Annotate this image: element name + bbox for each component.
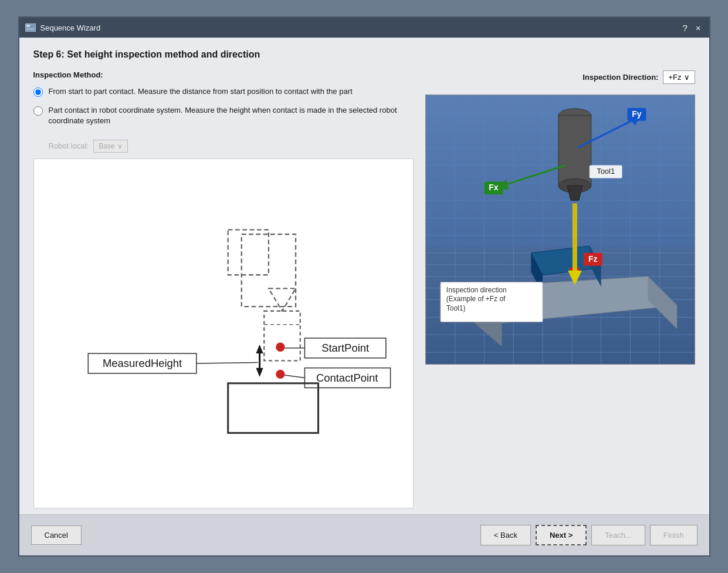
window-icon <box>25 23 36 32</box>
radio-input-1[interactable] <box>33 87 43 97</box>
svg-rect-1 <box>26 25 30 27</box>
diagram-area: MeasuredHeight StartPoint ContactPoint <box>33 159 414 508</box>
radio-group: From start to part contact. Measure the … <box>33 86 414 127</box>
inspection-direction-arrow: ∨ <box>684 73 690 82</box>
inspection-direction-dropdown[interactable]: +Fz ∨ <box>663 70 695 84</box>
svg-point-10 <box>276 342 285 351</box>
svg-text:Fy: Fy <box>632 109 642 119</box>
svg-text:ContactPoint: ContactPoint <box>316 371 378 383</box>
svg-text:Inspection direction: Inspection direction <box>446 286 506 294</box>
radio-item-1: From start to part contact. Measure the … <box>33 86 414 97</box>
main-window: Sequence Wizard ? × Step 6: Set height i… <box>18 16 710 557</box>
footer: Cancel < Back Next > Teach... Finish <box>19 514 709 555</box>
viz-svg: Fy Fx Tool1 Fz <box>426 95 695 364</box>
robot-local-arrow: ∨ <box>117 142 123 150</box>
svg-rect-66 <box>558 116 591 186</box>
title-bar-left: Sequence Wizard <box>25 23 101 32</box>
left-panel: Inspection Method: From start to part co… <box>33 70 414 508</box>
inspection-direction-row: Inspection Direction: +Fz ∨ <box>425 70 695 84</box>
title-bar-buttons: ? × <box>680 23 703 33</box>
radio-label-1: From start to part contact. Measure the … <box>49 86 353 97</box>
svg-text:Tool1): Tool1) <box>446 304 465 312</box>
svg-text:(Example of +Fz of: (Example of +Fz of <box>446 295 505 303</box>
cancel-button[interactable]: Cancel <box>31 525 82 545</box>
svg-rect-3 <box>26 29 35 30</box>
svg-text:StartPoint: StartPoint <box>321 342 369 354</box>
svg-text:Tool1: Tool1 <box>597 167 615 176</box>
robot-local-label: Robot local: <box>49 141 89 150</box>
footer-left: Cancel <box>31 525 82 545</box>
robot-local-row: Robot local: Base ∨ <box>49 140 414 153</box>
window-title: Sequence Wizard <box>40 23 101 32</box>
help-button[interactable]: ? <box>680 23 689 33</box>
robot-local-value: Base <box>99 142 114 150</box>
radio-input-2[interactable] <box>33 106 43 116</box>
main-area: Inspection Method: From start to part co… <box>33 70 695 508</box>
svg-text:MeasuredHeight: MeasuredHeight <box>102 357 181 369</box>
footer-right: < Back Next > Teach... Finish <box>480 525 697 545</box>
step-title: Step 6: Set height inspection method and… <box>33 49 695 60</box>
content-area: Step 6: Set height inspection method and… <box>19 38 709 514</box>
teach-button[interactable]: Teach... <box>591 525 645 545</box>
inspection-direction-value: +Fz <box>668 73 681 82</box>
radio-label-2: Part contact in robot coordinate system.… <box>49 105 414 126</box>
radio-item-2: Part contact in robot coordinate system.… <box>33 105 414 126</box>
next-button[interactable]: Next > <box>536 525 587 545</box>
viz-area: Fy Fx Tool1 Fz <box>425 95 695 365</box>
svg-text:Fx: Fx <box>489 183 499 192</box>
svg-rect-4 <box>34 207 413 460</box>
svg-point-11 <box>276 369 285 378</box>
inspection-direction-label: Inspection Direction: <box>583 73 658 82</box>
finish-button[interactable]: Finish <box>650 525 697 545</box>
svg-text:Fz: Fz <box>588 254 598 264</box>
back-button[interactable]: < Back <box>480 525 531 545</box>
title-bar: Sequence Wizard ? × <box>19 18 709 38</box>
right-panel: Inspection Direction: +Fz ∨ <box>425 70 695 508</box>
svg-rect-2 <box>26 28 35 29</box>
close-button[interactable]: × <box>693 23 703 33</box>
robot-local-dropdown: Base ∨ <box>93 140 127 153</box>
inspection-method-label: Inspection Method: <box>33 70 414 79</box>
diagram-svg: MeasuredHeight StartPoint ContactPoint <box>34 159 413 508</box>
